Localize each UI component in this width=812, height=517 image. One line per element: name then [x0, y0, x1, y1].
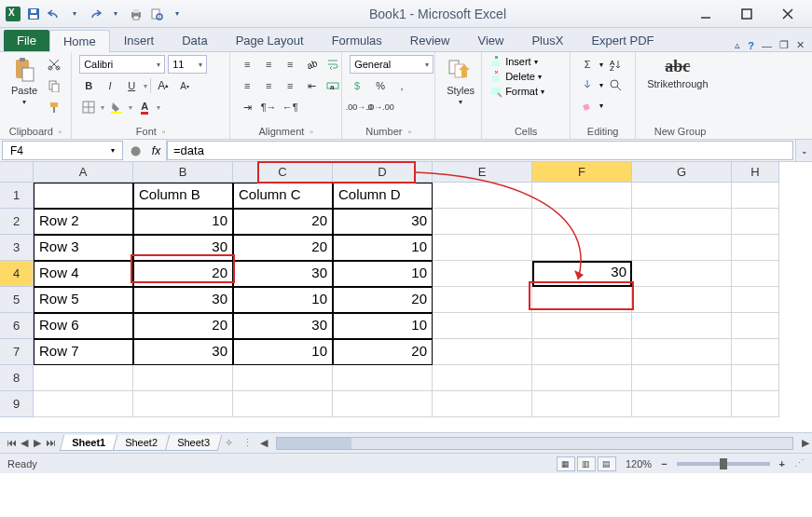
cell-B2[interactable]: 10	[133, 209, 233, 235]
tab-page-layout[interactable]: Page Layout	[222, 29, 318, 51]
autosum-icon[interactable]: Σ	[578, 55, 597, 74]
cell-B7[interactable]: 30	[133, 339, 233, 365]
align-right-icon[interactable]: ≡	[281, 76, 299, 95]
page-break-view-icon[interactable]: ▤	[598, 456, 616, 471]
cell-C9[interactable]	[233, 391, 333, 417]
cell-B8[interactable]	[133, 365, 233, 391]
cell-H9[interactable]	[732, 391, 779, 417]
cell-D3[interactable]: 10	[333, 235, 433, 261]
zoom-in-button[interactable]: +	[779, 458, 785, 469]
cell-E3[interactable]	[433, 235, 532, 261]
cell-G9[interactable]	[632, 391, 732, 417]
grow-font-icon[interactable]: A▴	[154, 76, 172, 95]
cell-H8[interactable]	[732, 365, 779, 391]
cell-C5[interactable]: 10	[233, 287, 333, 313]
column-header-a[interactable]: A	[34, 162, 133, 183]
borders-icon[interactable]	[79, 98, 98, 116]
cell-F5[interactable]	[532, 287, 632, 313]
align-top-icon[interactable]: ≡	[238, 55, 256, 74]
minimize-button[interactable]	[685, 1, 726, 27]
cell-A5[interactable]: Row 5	[34, 287, 133, 313]
sheet-tab-2[interactable]: Sheet2	[113, 435, 170, 451]
cell-G8[interactable]	[632, 365, 732, 391]
row-header-8[interactable]: 8	[0, 365, 34, 391]
percent-style-icon[interactable]: %	[371, 76, 390, 95]
file-tab[interactable]: File	[4, 30, 49, 51]
maximize-button[interactable]	[726, 1, 767, 27]
styles-dropdown-icon[interactable]: ▾	[459, 98, 462, 106]
cell-C2[interactable]: 20	[233, 209, 333, 235]
number-format-combo[interactable]: General▾	[350, 55, 434, 74]
clear-dropdown-icon[interactable]: ▾	[599, 102, 603, 110]
sheet-prev-icon[interactable]: ◀	[19, 437, 30, 449]
cell-E2[interactable]	[433, 209, 532, 235]
cell-B1[interactable]: Column B	[133, 183, 233, 209]
cell-F2[interactable]	[532, 209, 632, 235]
cell-D1[interactable]: Column D	[333, 183, 433, 209]
qat-dropdown-2-icon[interactable]: ▾	[108, 7, 123, 21]
qat-more-icon[interactable]: ▾	[170, 7, 185, 21]
align-left-icon[interactable]: ≡	[238, 76, 256, 95]
sheet-last-icon[interactable]: ⏭	[45, 437, 56, 449]
column-header-b[interactable]: B	[133, 162, 233, 183]
name-box[interactable]: F4▾	[2, 141, 123, 160]
row-header-3[interactable]: 3	[0, 235, 34, 261]
cell-E6[interactable]	[433, 313, 532, 339]
print-icon[interactable]	[129, 7, 144, 21]
cell-D7[interactable]: 20	[333, 339, 433, 365]
help-icon[interactable]: ?	[748, 40, 754, 51]
clipboard-launcher-icon[interactable]: ▫	[59, 127, 62, 137]
cell-H3[interactable]	[732, 235, 779, 261]
cell-B6[interactable]: 20	[133, 313, 233, 339]
cell-A4[interactable]: Row 4	[34, 261, 133, 287]
insert-cells-button[interactable]: Insert▾	[489, 55, 538, 68]
tab-view[interactable]: View	[463, 29, 517, 51]
cell-G3[interactable]	[632, 235, 732, 261]
cell-E9[interactable]	[433, 391, 532, 417]
cell-C6[interactable]: 30	[233, 313, 333, 339]
cell-A7[interactable]: Row 7	[34, 339, 133, 365]
font-size-combo[interactable]: 11▾	[168, 55, 207, 74]
cell-B9[interactable]	[133, 391, 233, 417]
comma-style-icon[interactable]: ,	[392, 76, 411, 95]
cell-H1[interactable]	[732, 183, 779, 209]
cell-E1[interactable]	[433, 183, 532, 209]
underline-dropdown-icon[interactable]: ▾	[144, 82, 147, 90]
cell-B4[interactable]: 20	[133, 261, 233, 287]
cell-C7[interactable]: 10	[233, 339, 333, 365]
qat-dropdown-icon[interactable]: ▾	[67, 7, 82, 21]
cell-A1[interactable]	[34, 183, 133, 209]
row-header-6[interactable]: 6	[0, 313, 34, 339]
column-header-e[interactable]: E	[433, 162, 532, 183]
clear-icon[interactable]	[578, 96, 597, 115]
tab-insert[interactable]: Insert	[110, 29, 169, 51]
row-header-7[interactable]: 7	[0, 339, 34, 365]
cell-F3[interactable]	[532, 235, 632, 261]
save-icon[interactable]	[26, 7, 41, 21]
paste-button[interactable]: Paste ▾	[7, 55, 41, 108]
fx-icon[interactable]: fx	[146, 140, 167, 161]
cell-G5[interactable]	[632, 287, 732, 313]
cell-G7[interactable]	[632, 339, 732, 365]
shrink-font-icon[interactable]: A▾	[175, 76, 194, 95]
formula-expand-icon[interactable]: ⌄	[795, 140, 812, 161]
align-bottom-icon[interactable]: ≡	[281, 55, 299, 74]
delete-cells-button[interactable]: Delete▾	[489, 70, 542, 83]
doc-close-icon[interactable]: ✕	[796, 39, 805, 51]
cell-D5[interactable]: 20	[333, 287, 433, 313]
cell-H4[interactable]	[732, 261, 779, 287]
fill-color-icon[interactable]	[107, 98, 126, 116]
tab-expert-pdf[interactable]: Expert PDF	[577, 29, 667, 51]
formula-input[interactable]: =data	[167, 141, 793, 160]
zoom-out-button[interactable]: −	[661, 458, 667, 469]
sheet-tab-1[interactable]: Sheet1	[60, 435, 118, 451]
strikethrough-button[interactable]: abc Strikethrough	[643, 55, 711, 91]
cell-G1[interactable]	[632, 183, 732, 209]
tab-plusx[interactable]: PlusX	[517, 29, 577, 51]
decrease-indent-icon[interactable]: ⇤	[302, 76, 321, 95]
tab-data[interactable]: Data	[168, 29, 221, 51]
fill-dropdown-icon[interactable]: ▾	[599, 81, 603, 89]
cell-E4[interactable]	[433, 261, 532, 287]
sheet-tab-3[interactable]: Sheet3	[165, 435, 222, 451]
cell-G2[interactable]	[632, 209, 732, 235]
